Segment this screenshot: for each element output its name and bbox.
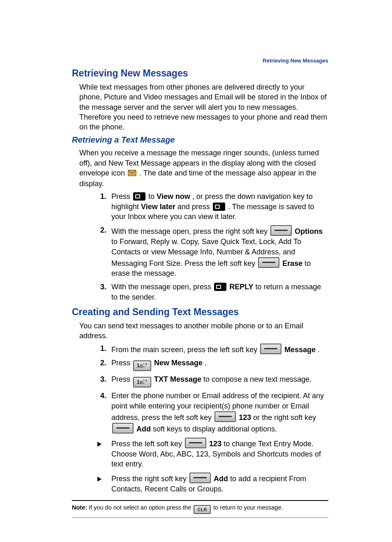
view-now-label: View now	[157, 192, 190, 201]
text: Press	[111, 359, 132, 367]
step-number: 1.	[97, 344, 106, 354]
step-body: From the main screen, press the left sof…	[111, 344, 328, 355]
step-body: Press to View now , or press the down na…	[111, 191, 328, 222]
new-message-label: New Message	[154, 359, 203, 367]
paragraph: When you receive a message the message r…	[79, 148, 328, 189]
step-body: With the message open, press REPLY to re…	[111, 282, 328, 302]
clr-key-icon: CLR	[194, 505, 211, 514]
text: With the message open, press the right s…	[111, 227, 270, 235]
ordered-steps: 1. From the main screen, press the left …	[97, 344, 328, 434]
section-heading-retrieving-new-messages: Retrieving New Messages	[72, 68, 328, 79]
text: If you do not select an option press the	[89, 504, 193, 511]
step-item: 2. With the message open, press the righ…	[97, 225, 328, 279]
add-label: Add	[214, 475, 228, 483]
triangle-bullet-icon	[97, 438, 106, 450]
message-label: Message	[284, 346, 316, 354]
ordered-steps: 1. Press to View now , or press the down…	[97, 191, 328, 302]
text: or the right soft key	[253, 413, 316, 422]
text: to return to your message.	[213, 504, 283, 511]
step-item: 3. Press 1◎⁚ʼ TXT Message to compose a n…	[97, 374, 328, 387]
one-key-icon: 1◎⁚ʼ	[133, 360, 151, 371]
text: Press	[111, 375, 132, 383]
step-number: 2.	[97, 225, 106, 235]
step-item: 2. Press 1◎⁚ʼ New Message .	[97, 358, 328, 371]
add-label: Add	[136, 425, 151, 433]
reply-label: REPLY	[229, 283, 253, 291]
text: .	[205, 359, 207, 367]
step-item: 1. Press to View now , or press the down…	[97, 191, 328, 222]
text: Press	[111, 192, 132, 201]
note-block: Note: If you do not select an option pre…	[72, 500, 328, 518]
soft-key-icon	[260, 344, 281, 354]
text: From the main screen, press the left sof…	[111, 346, 259, 354]
step-item: 1. From the main screen, press the left …	[97, 344, 328, 355]
step-body: Enter the phone number or Email address …	[111, 391, 328, 434]
txt-message-label: TXT Message	[154, 375, 201, 383]
soft-key-icon	[258, 257, 279, 268]
running-header: Retrieving New Messages	[72, 58, 328, 64]
erase-label: Erase	[282, 259, 302, 268]
note-label: Note:	[72, 504, 87, 511]
soft-key-icon	[112, 423, 134, 434]
view-later-label: View later	[141, 203, 175, 211]
bullet-body: Press the right soft key Add to add a re…	[111, 473, 328, 494]
text: soft keys to display additional options.	[153, 425, 277, 433]
step-item: 4. Enter the phone number or Email addre…	[97, 391, 328, 434]
bullet-item: Press the right soft key Add to add a re…	[97, 473, 328, 494]
step-body: With the message open, press the right s…	[111, 225, 328, 279]
text: .	[318, 346, 320, 354]
bullet-body: Press the left soft key 123 to change Te…	[111, 438, 328, 469]
one-key-icon: 1◎⁚ʼ	[133, 377, 151, 387]
ok-key-icon	[133, 192, 145, 201]
bullet-item: Press the left soft key 123 to change Te…	[97, 438, 328, 469]
soft-key-icon	[214, 411, 236, 422]
paragraph: While text messages from other phones ar…	[79, 82, 328, 132]
step-number: 3.	[97, 282, 106, 292]
soft-key-icon	[185, 438, 206, 448]
text: Press the right soft key	[111, 475, 189, 483]
triangle-bullet-icon	[97, 473, 106, 484]
step-body: Press 1◎⁚ʼ New Message .	[111, 358, 328, 371]
soft-key-icon	[189, 473, 211, 483]
paragraph: You can send text messages to another mo…	[79, 321, 328, 341]
text: to	[148, 192, 157, 201]
text: and press	[178, 203, 212, 211]
123-label: 123	[209, 440, 221, 448]
text: With the message open, press	[111, 283, 213, 291]
step-item: 3. With the message open, press REPLY to…	[97, 282, 328, 302]
subsection-heading-retrieving-text-message: Retrieving a Text Message	[72, 135, 328, 145]
section-heading-creating-sending: Creating and Sending Text Messages	[72, 307, 328, 318]
step-number: 1.	[97, 191, 106, 202]
step-body: Press 1◎⁚ʼ TXT Message to compose a new …	[111, 374, 328, 387]
step-number: 4.	[97, 391, 106, 401]
step-number: 2.	[97, 358, 106, 368]
123-label: 123	[239, 413, 251, 422]
text: to compose a new text message.	[203, 375, 311, 383]
manual-page: Retrieving New Messages Retrieving New M…	[0, 0, 392, 542]
step-number: 3.	[97, 374, 106, 385]
options-label: Options	[295, 227, 323, 235]
ok-key-icon	[214, 283, 226, 291]
ok-key-icon	[213, 203, 225, 211]
envelope-icon	[128, 169, 136, 179]
text: Press the left soft key	[111, 440, 184, 448]
soft-key-icon	[270, 225, 292, 236]
